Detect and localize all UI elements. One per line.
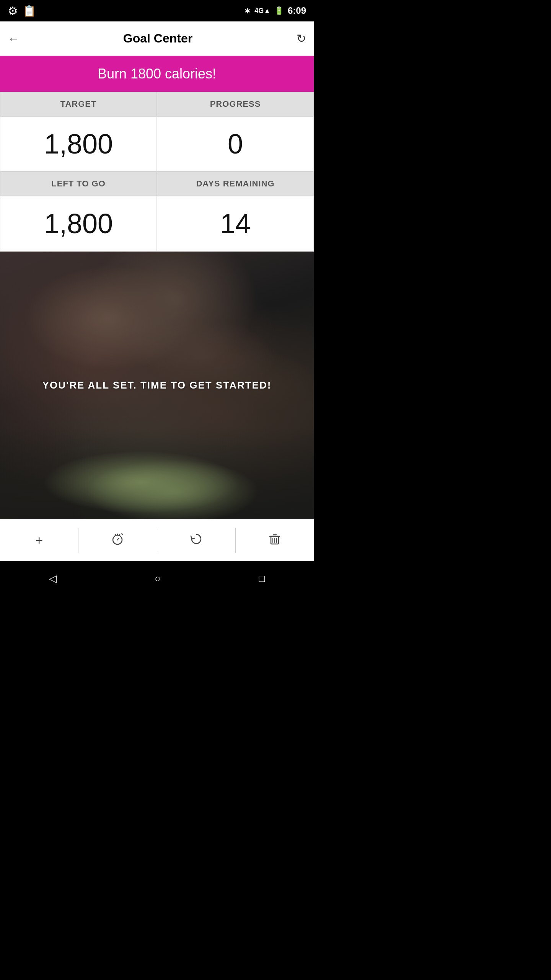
refresh-button[interactable]: ↻	[297, 32, 306, 45]
battery-icon: 🔋	[274, 6, 284, 15]
delete-button[interactable]	[236, 519, 314, 561]
motivation-text: YOU'RE ALL SET. TIME TO GET STARTED!	[42, 379, 272, 391]
status-right-icons: ∗ 4G▲ 🔋 6:09	[244, 5, 306, 16]
left-to-go-header: LEFT TO GO	[0, 172, 157, 196]
svg-point-5	[117, 539, 118, 540]
target-header: TARGET	[0, 92, 157, 116]
timer-button[interactable]	[78, 519, 156, 561]
page-title: Goal Center	[123, 31, 192, 46]
section-divider	[0, 251, 314, 252]
settings-icon: ⚙	[8, 4, 18, 18]
back-button[interactable]: ←	[8, 32, 19, 45]
android-nav-bar: ◁ ○ □	[0, 561, 314, 596]
bottom-toolbar: +	[0, 519, 314, 561]
person-overlay	[0, 251, 314, 443]
shoe-overlay	[0, 427, 314, 519]
time-display: 6:09	[288, 5, 306, 16]
svg-line-2	[116, 534, 116, 536]
left-to-go-value: 1,800	[0, 196, 157, 251]
clipboard-icon: 📋	[23, 5, 36, 17]
reset-button[interactable]	[157, 519, 235, 561]
android-recent-button[interactable]: □	[259, 573, 265, 585]
target-value: 1,800	[0, 116, 157, 172]
motivation-section: YOU'RE ALL SET. TIME TO GET STARTED!	[0, 251, 314, 519]
reset-icon	[189, 532, 203, 549]
android-back-button[interactable]: ◁	[49, 573, 57, 585]
timer-icon	[111, 532, 124, 549]
nav-bar: ← Goal Center ↻	[0, 21, 314, 56]
status-left-icons: ⚙ 📋	[8, 4, 36, 18]
stats-grid: TARGET PROGRESS 1,800 0 LEFT TO GO DAYS …	[0, 92, 314, 251]
bluetooth-icon: ∗	[244, 6, 251, 15]
progress-header: PROGRESS	[157, 92, 314, 116]
svg-line-3	[119, 534, 119, 536]
days-remaining-value: 14	[157, 196, 314, 251]
goal-banner-text: Burn 1800 calories!	[98, 66, 216, 82]
add-icon: +	[35, 533, 43, 548]
goal-banner: Burn 1800 calories!	[0, 56, 314, 92]
signal-4g-icon: 4G▲	[254, 7, 271, 15]
progress-value: 0	[157, 116, 314, 172]
add-button[interactable]: +	[0, 519, 78, 561]
android-home-button[interactable]: ○	[155, 573, 161, 585]
delete-icon	[268, 532, 282, 549]
days-remaining-header: DAYS REMAINING	[157, 172, 314, 196]
status-bar: ⚙ 📋 ∗ 4G▲ 🔋 6:09	[0, 0, 314, 21]
